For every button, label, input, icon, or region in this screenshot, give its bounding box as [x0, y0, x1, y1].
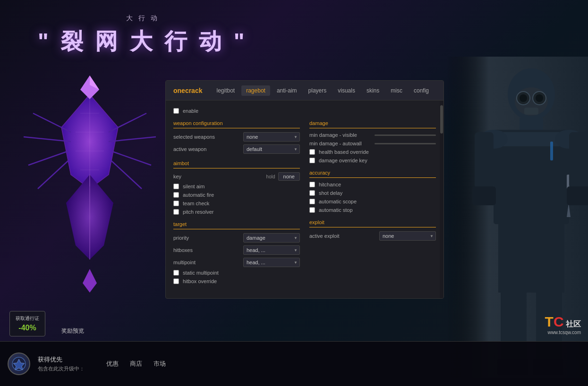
scrollbar-track: [440, 101, 443, 298]
nav-shop[interactable]: 商店: [130, 360, 142, 368]
shot-delay-label: shot delay: [319, 190, 342, 196]
svg-rect-30: [498, 132, 564, 146]
tab-config[interactable]: config: [409, 85, 434, 96]
nav-tabs: legitbot ragebot anti-aim players visual…: [212, 85, 434, 96]
min-damage-visible-row: min damage - visible: [309, 132, 436, 138]
pitch-resolver-checkbox[interactable]: [173, 209, 179, 215]
svg-rect-27: [524, 108, 538, 115]
shot-delay-checkbox[interactable]: [309, 190, 315, 196]
damage-title: damage: [309, 120, 436, 128]
damage-override-key-row: damage override key: [309, 158, 436, 163]
active-weapon-select-wrap: default ▼: [243, 144, 300, 154]
svg-rect-40: [498, 222, 564, 293]
automatic-fire-checkbox[interactable]: [173, 192, 179, 198]
target-title: target: [173, 221, 300, 229]
included-label: 包含在此次升级中：: [38, 365, 85, 372]
scrollbar-thumb[interactable]: [440, 105, 443, 134]
enable-row: enable: [173, 108, 436, 114]
min-damage-autowall-label: min damage - autowall: [309, 141, 371, 146]
damage-override-key-checkbox[interactable]: [309, 158, 315, 163]
svg-rect-36: [475, 132, 494, 189]
svg-marker-14: [83, 269, 97, 293]
tab-skins[interactable]: skins: [362, 85, 384, 96]
tab-visuals[interactable]: visuals: [333, 85, 360, 96]
bottom-bar: 获得优先 包含在此次升级中： 优惠 商店 市场: [0, 341, 588, 386]
exploit-title: exploit: [309, 219, 436, 227]
health-based-override-row: health based override: [309, 149, 436, 155]
tc-c-letter: C: [554, 314, 564, 329]
static-multipoint-row: static multipoint: [173, 270, 300, 276]
tab-misc[interactable]: misc: [386, 85, 407, 96]
shot-delay-row: shot delay: [309, 190, 436, 196]
priority-select[interactable]: damage: [243, 233, 300, 243]
pitch-resolver-row: pitch resolver: [173, 209, 300, 215]
key-row: key hold none: [173, 172, 300, 181]
priority-select-wrap: damage ▼: [243, 233, 300, 243]
svg-rect-39: [567, 186, 588, 205]
hitbox-override-label: hitbox override: [183, 278, 217, 284]
multipoint-select[interactable]: head, ...: [243, 258, 300, 267]
tc-logo-text: TC 社区: [545, 314, 581, 330]
hitbox-override-checkbox[interactable]: [173, 278, 179, 284]
health-based-override-label: health based override: [319, 149, 369, 155]
active-weapon-row: active weapon default ▼: [173, 144, 300, 154]
active-weapon-select[interactable]: default: [243, 144, 300, 154]
exploit-section: exploit active exploit none ▼: [309, 219, 436, 241]
weapon-config-title: weapon configuration: [173, 120, 300, 128]
bottom-nav-items: 优惠 商店 市场: [106, 360, 166, 368]
enable-checkbox[interactable]: [173, 108, 179, 114]
panel-content: enable weapon configuration selected wea…: [166, 101, 443, 298]
automatic-stop-label: automatic stop: [319, 207, 353, 213]
automatic-fire-row: automatic fire: [173, 192, 300, 198]
team-check-label: team check: [183, 201, 209, 206]
accuracy-section: accuracy hitchance shot delay automatic …: [309, 170, 436, 213]
active-weapon-label: active weapon: [173, 146, 240, 152]
static-multipoint-label: static multipoint: [183, 270, 219, 276]
tab-ragebot[interactable]: ragebot: [241, 85, 270, 96]
team-check-row: team check: [173, 201, 300, 206]
silent-aim-checkbox[interactable]: [173, 184, 179, 189]
min-damage-autowall-slider[interactable]: [375, 143, 436, 144]
key-label: key: [173, 174, 266, 179]
svg-point-26: [536, 94, 543, 102]
static-multipoint-checkbox[interactable]: [173, 270, 179, 276]
tc-community: 社区: [564, 320, 581, 328]
min-damage-visible-slider[interactable]: [375, 134, 436, 136]
two-col-layout: weapon configuration selected weapons no…: [173, 120, 436, 291]
right-column: damage min damage - visible min damage -…: [309, 120, 436, 291]
active-exploit-select-wrap: none ▼: [379, 231, 436, 241]
automatic-fire-label: automatic fire: [183, 192, 214, 198]
active-exploit-select[interactable]: none: [379, 231, 436, 241]
tab-players[interactable]: players: [304, 85, 332, 96]
team-check-checkbox[interactable]: [173, 201, 179, 206]
key-button[interactable]: none: [278, 172, 300, 181]
multipoint-label: multipoint: [173, 260, 240, 265]
nav-market[interactable]: 市场: [153, 360, 166, 368]
left-column: weapon configuration selected weapons no…: [173, 120, 300, 291]
get-priority-label: 获得优先: [38, 355, 85, 364]
damage-override-key-label: damage override key: [319, 158, 367, 163]
active-exploit-label: active exploit: [309, 233, 376, 239]
reward-preview: 奖励预览: [61, 327, 84, 335]
nav-discounts[interactable]: 优惠: [106, 360, 119, 368]
hitchance-checkbox[interactable]: [309, 182, 315, 187]
tc-url: www.tcsqw.com: [545, 330, 581, 335]
automatic-stop-checkbox[interactable]: [309, 207, 315, 213]
hitboxes-select[interactable]: head, ...: [243, 245, 300, 255]
tc-t-letter: T: [545, 314, 554, 329]
health-based-override-checkbox[interactable]: [309, 149, 315, 155]
min-damage-visible-label: min damage - visible: [309, 132, 371, 138]
aimbot-section: aimbot key hold none silent aim automati…: [173, 160, 300, 215]
tab-anti-aim[interactable]: anti-aim: [272, 85, 302, 96]
selected-weapons-label: selected weapons: [173, 134, 240, 140]
tab-legitbot[interactable]: legitbot: [212, 85, 239, 96]
active-exploit-row: active exploit none ▼: [309, 231, 436, 241]
discount-badge: -40%: [16, 324, 39, 332]
selected-weapons-select[interactable]: none: [243, 132, 300, 142]
bottom-text-block: 获得优先 包含在此次升级中：: [38, 355, 85, 372]
svg-rect-35: [550, 142, 553, 160]
automatic-scope-checkbox[interactable]: [309, 199, 315, 204]
accuracy-title: accuracy: [309, 170, 436, 178]
silent-aim-row: silent aim: [173, 184, 300, 189]
hitchance-label: hitchance: [319, 182, 341, 187]
